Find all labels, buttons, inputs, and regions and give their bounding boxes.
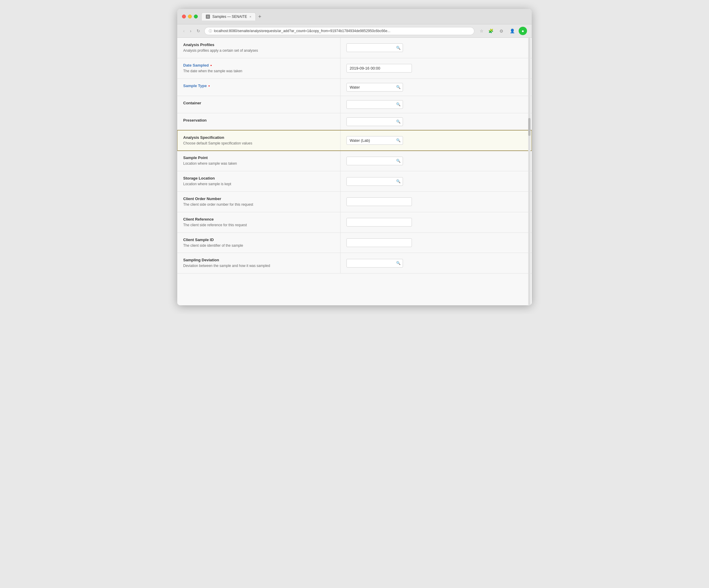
extensions-icon[interactable]: 🧩 xyxy=(487,27,495,35)
field-cell-analysis-specification: 🔍 xyxy=(340,130,532,151)
search-wrapper-storage-location: 🔍 xyxy=(346,177,403,186)
field-cell-analysis-profiles: 🔍 xyxy=(340,38,532,58)
label-cell-storage-location: Storage LocationLocation where sample is… xyxy=(177,171,340,192)
form-row-analysis-specification: Analysis SpecificationChoose default Sam… xyxy=(177,130,532,151)
field-desc-client-order-number: The client side order number for this re… xyxy=(183,202,334,207)
form-row-date-sampled: Date Sampled •The date when the sample w… xyxy=(177,58,532,79)
text-input-client-order-number[interactable] xyxy=(346,197,412,206)
label-cell-preservation: Preservation xyxy=(177,113,340,130)
field-cell-sample-type: 🔍 xyxy=(340,79,532,96)
form-row-storage-location: Storage LocationLocation where sample is… xyxy=(177,171,532,192)
search-wrapper-sample-point: 🔍 xyxy=(346,157,403,165)
scrollbar-thumb[interactable] xyxy=(528,118,530,136)
form-table: Analysis ProfilesAnalysis profiles apply… xyxy=(177,38,532,273)
search-input-analysis-specification[interactable] xyxy=(346,136,403,145)
search-input-storage-location[interactable] xyxy=(346,177,403,186)
traffic-lights xyxy=(182,15,198,19)
browser-icons: 🧩 ⊙ 👤 ● xyxy=(487,27,527,35)
close-button[interactable] xyxy=(182,15,186,19)
reload-button[interactable]: ↻ xyxy=(195,28,201,34)
label-text-date-sampled: Date Sampled xyxy=(183,63,209,68)
field-label-sample-point: Sample Point xyxy=(183,156,334,160)
forward-button[interactable]: › xyxy=(189,28,193,34)
search-wrapper-container: 🔍 xyxy=(346,100,403,109)
search-wrapper-preservation: 🔍 xyxy=(346,117,403,126)
search-wrapper-sample-type: 🔍 xyxy=(346,83,403,91)
field-label-date-sampled: Date Sampled • xyxy=(183,63,334,68)
form-row-sampling-deviation: Sampling DeviationDeviation between the … xyxy=(177,253,532,273)
search-input-preservation[interactable] xyxy=(346,117,403,126)
action-icon[interactable]: ● xyxy=(519,27,527,35)
required-dot-sample-type: • xyxy=(207,83,210,88)
field-cell-client-reference xyxy=(340,212,532,233)
browser-window: S Samples — SENAITE × + ‹ › ↻ ⓘ localhos… xyxy=(177,9,532,305)
text-input-client-sample-id[interactable] xyxy=(346,238,412,247)
field-label-sampling-deviation: Sampling Deviation xyxy=(183,258,334,262)
field-label-storage-location: Storage Location xyxy=(183,176,334,181)
field-desc-storage-location: Location where sample is kept xyxy=(183,182,334,187)
minimize-button[interactable] xyxy=(188,15,192,19)
form-row-client-sample-id: Client Sample IDThe client side identifi… xyxy=(177,233,532,253)
form-row-container: Container🔍 xyxy=(177,96,532,113)
text-input-client-reference[interactable] xyxy=(346,218,412,226)
label-cell-client-order-number: Client Order NumberThe client side order… xyxy=(177,191,340,212)
lock-icon: ⓘ xyxy=(209,29,212,33)
field-desc-date-sampled: The date when the sample was taken xyxy=(183,69,334,74)
profile-icon[interactable]: 👤 xyxy=(508,27,516,35)
search-wrapper-analysis-profiles: 🔍 xyxy=(346,44,403,52)
field-cell-container: 🔍 xyxy=(340,96,532,113)
field-desc-analysis-specification: Choose default Sample specification valu… xyxy=(183,141,334,146)
back-button[interactable]: ‹ xyxy=(182,28,186,34)
label-text-sample-type: Sample Type xyxy=(183,83,207,88)
search-wrapper-sampling-deviation: 🔍 xyxy=(346,259,403,268)
search-input-sample-point[interactable] xyxy=(346,157,403,165)
field-cell-date-sampled xyxy=(340,58,532,79)
field-label-client-sample-id: Client Sample ID xyxy=(183,238,334,242)
tab-close-button[interactable]: × xyxy=(250,15,251,19)
field-cell-preservation: 🔍 xyxy=(340,113,532,130)
field-label-container: Container xyxy=(183,101,334,105)
bookmark-icon[interactable]: ☆ xyxy=(480,29,483,33)
field-label-client-reference: Client Reference xyxy=(183,217,334,221)
field-desc-client-sample-id: The client side identifier of the sample xyxy=(183,243,334,248)
label-cell-sample-type: Sample Type • xyxy=(177,79,340,96)
required-dot-date-sampled: • xyxy=(209,63,212,68)
title-bar: S Samples — SENAITE × + xyxy=(177,9,532,24)
address-bar: ‹ › ↻ ⓘ localhost:8080/senaite/analysisr… xyxy=(177,24,532,38)
maximize-button[interactable] xyxy=(194,15,198,19)
url-text: localhost:8080/senaite/analysisrequests/… xyxy=(214,29,390,33)
field-label-client-order-number: Client Order Number xyxy=(183,196,334,201)
new-tab-button[interactable]: + xyxy=(258,14,261,19)
tab-bar: S Samples — SENAITE × + xyxy=(201,12,527,21)
field-cell-storage-location: 🔍 xyxy=(340,171,532,192)
field-label-analysis-specification: Analysis Specification xyxy=(183,135,334,140)
content-area: Analysis ProfilesAnalysis profiles apply… xyxy=(177,38,532,305)
field-desc-client-reference: The client side reference for this reque… xyxy=(183,223,334,228)
search-input-sample-type[interactable] xyxy=(346,83,403,91)
search-input-container[interactable] xyxy=(346,100,403,109)
search-input-sampling-deviation[interactable] xyxy=(346,259,403,268)
label-cell-container: Container xyxy=(177,96,340,113)
text-input-date-sampled[interactable] xyxy=(346,64,412,73)
field-cell-client-order-number xyxy=(340,191,532,212)
label-cell-analysis-profiles: Analysis ProfilesAnalysis profiles apply… xyxy=(177,38,340,58)
field-cell-sampling-deviation: 🔍 xyxy=(340,253,532,273)
url-bar[interactable]: ⓘ localhost:8080/senaite/analysisrequest… xyxy=(204,27,474,35)
search-wrapper-analysis-specification: 🔍 xyxy=(346,136,403,145)
field-desc-sample-point: Location where sample was taken xyxy=(183,161,334,166)
search-input-analysis-profiles[interactable] xyxy=(346,44,403,52)
menu-icon[interactable]: ⊙ xyxy=(497,27,505,35)
field-label-sample-type: Sample Type • xyxy=(183,83,334,88)
form-row-preservation: Preservation🔍 xyxy=(177,113,532,130)
tab-favicon: S xyxy=(206,15,210,19)
field-cell-sample-point: 🔍 xyxy=(340,151,532,171)
label-cell-analysis-specification: Analysis SpecificationChoose default Sam… xyxy=(177,130,340,151)
active-tab[interactable]: S Samples — SENAITE × xyxy=(201,12,256,21)
form-row-client-reference: Client ReferenceThe client side referenc… xyxy=(177,212,532,233)
tab-title: Samples — SENAITE xyxy=(212,15,247,19)
form-row-client-order-number: Client Order NumberThe client side order… xyxy=(177,191,532,212)
field-desc-sampling-deviation: Deviation between the sample and how it … xyxy=(183,263,334,268)
field-desc-analysis-profiles: Analysis profiles apply a certain set of… xyxy=(183,48,334,53)
field-label-preservation: Preservation xyxy=(183,118,334,123)
scrollbar[interactable] xyxy=(528,38,530,305)
